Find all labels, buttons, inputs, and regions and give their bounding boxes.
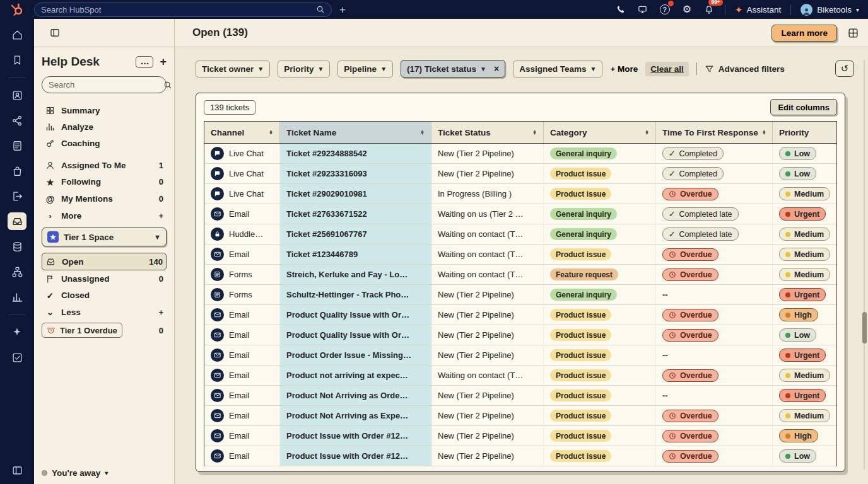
phone-icon[interactable] xyxy=(614,3,627,16)
filter-assigned-teams[interactable]: Assigned Teams▼ xyxy=(513,60,602,78)
add-view-button[interactable]: + xyxy=(160,55,167,69)
more-options-button[interactable]: … xyxy=(136,56,153,68)
bookmarks-icon[interactable] xyxy=(8,51,26,69)
ticket-name-cell[interactable]: Ticket #25691067767 xyxy=(280,224,431,244)
ticket-name-cell[interactable]: Product Not Arriving as Expe… xyxy=(280,406,431,425)
sidebar-item-open[interactable]: Open 140 xyxy=(42,253,167,270)
sidebar-item-unassigned[interactable]: Unassigned 0 xyxy=(42,270,167,287)
advanced-filters-button[interactable]: Advanced filters xyxy=(705,64,785,74)
grid-view-icon[interactable] xyxy=(847,27,859,39)
table-row[interactable]: Live Chat Ticket #29233316093 New (Tier … xyxy=(204,164,836,184)
sidebar-item-tier1-overdue[interactable]: Tier 1 Overdue 0 xyxy=(42,321,167,338)
remove-filter-icon[interactable]: × xyxy=(494,64,499,74)
sidebar-item-more[interactable]: › More + xyxy=(42,207,167,224)
sort-icon[interactable]: ▲▼ xyxy=(645,130,649,135)
bar-chart-icon[interactable] xyxy=(8,288,26,306)
sort-icon[interactable]: ▲▼ xyxy=(420,130,425,135)
sidebar-item-less[interactable]: ⌄ Less + xyxy=(42,304,167,320)
ticket-name-cell[interactable]: Product Issue with Order #12… xyxy=(280,426,431,446)
more-filters-button[interactable]: + More xyxy=(610,64,638,74)
sidebar-item-following[interactable]: ★ Following 0 xyxy=(42,173,167,190)
assistant-button[interactable]: ✦ Assistant xyxy=(735,5,781,14)
vertical-scrollbar-track[interactable] xyxy=(864,60,865,470)
table-row[interactable]: Live Chat Ticket #29234888542 New (Tier … xyxy=(204,144,836,164)
table-row[interactable]: Email Product Issue with Order #12… New … xyxy=(204,426,836,446)
table-row[interactable]: Email Product not arriving at expec… Wai… xyxy=(204,366,836,386)
column-header-time-to-first-response[interactable]: Time To First Response▲▼ xyxy=(656,122,773,143)
filter-ticket-status[interactable]: (17) Ticket status▼ × xyxy=(401,60,505,78)
commerce-bag-icon[interactable] xyxy=(8,162,26,180)
learn-more-button[interactable]: Learn more xyxy=(771,25,837,42)
ticket-name-cell[interactable]: Product Order Issue - Missing… xyxy=(280,345,431,365)
sort-icon[interactable]: ▲▼ xyxy=(532,130,537,135)
ticket-name-cell[interactable]: Ticket #27633671522 xyxy=(280,204,431,224)
sort-icon[interactable]: ▲▼ xyxy=(269,130,273,135)
edit-columns-button[interactable]: Edit columns xyxy=(770,99,837,115)
sidebar-item-my-mentions[interactable]: @ My Mentions 0 xyxy=(42,190,167,207)
column-header-ticket-name[interactable]: Ticket Name▲▼ xyxy=(280,122,431,143)
sidebar-item-summary[interactable]: Summary xyxy=(42,102,167,118)
table-row[interactable]: Email Ticket #123446789 Waiting on conta… xyxy=(204,245,836,265)
ticket-name-cell[interactable]: Product Issue with Order #12… xyxy=(280,446,431,466)
sidebar-item-assigned-to-me[interactable]: Assigned To Me 1 xyxy=(42,157,167,173)
ai-sparkle-icon[interactable] xyxy=(8,323,26,341)
presence-status[interactable]: You're away ▾ xyxy=(42,468,167,478)
tasks-checkbox-icon[interactable] xyxy=(8,349,26,366)
column-header-category[interactable]: Category▲▼ xyxy=(544,122,656,143)
workspace-selector[interactable]: ★ Tier 1 Space ▼ xyxy=(42,228,167,246)
table-row[interactable]: Email Product Not Arriving as Orde… New … xyxy=(204,386,836,406)
ticket-name-cell[interactable]: Ticket #29234888542 xyxy=(280,144,431,163)
notifications-bell-icon[interactable]: 99+ xyxy=(703,3,715,16)
database-icon[interactable] xyxy=(8,238,26,255)
sidebar-item-closed[interactable]: ✓ Closed xyxy=(42,287,167,304)
filter-ticket-owner[interactable]: Ticket owner▼ xyxy=(196,60,270,78)
hubspot-logo[interactable] xyxy=(0,2,34,17)
add-view-icon[interactable]: + xyxy=(158,308,163,317)
ticket-name-cell[interactable]: Ticket #29233316093 xyxy=(280,164,431,183)
table-row[interactable]: Email Product Not Arriving as Expe… New … xyxy=(204,406,836,426)
column-header-channel[interactable]: Channel▲▼ xyxy=(204,122,280,143)
exit-arrow-icon[interactable] xyxy=(8,187,26,205)
ticket-name-cell[interactable]: Product Not Arriving as Orde… xyxy=(280,386,431,405)
table-row[interactable]: Email Product Quality Issue with Or… New… xyxy=(204,305,836,325)
column-header-priority[interactable]: Priority xyxy=(773,122,836,143)
content-document-icon[interactable] xyxy=(8,137,26,154)
ticket-name-cell[interactable]: Streich, Kerluke and Fay - Lo… xyxy=(280,265,431,284)
collapse-rail-panel-icon[interactable] xyxy=(8,461,26,479)
table-row[interactable]: Huddle… Ticket #25691067767 Waiting on c… xyxy=(204,224,836,245)
settings-gear-icon[interactable]: ⚙ xyxy=(681,3,693,16)
ticket-name-cell[interactable]: Ticket #29029010981 xyxy=(280,184,431,204)
new-tab-plus-icon[interactable]: + xyxy=(339,4,346,15)
table-row[interactable]: Email Product Order Issue - Missing… New… xyxy=(204,345,836,366)
vertical-scrollbar-thumb[interactable] xyxy=(862,312,867,343)
clear-all-button[interactable]: Clear all xyxy=(645,62,689,76)
ticket-name-cell[interactable]: Schultz-Hettinger - Track Pho… xyxy=(280,285,431,304)
table-row[interactable]: Forms Streich, Kerluke and Fay - Lo… Wai… xyxy=(204,265,836,285)
help-icon[interactable]: ? xyxy=(659,3,671,16)
sort-icon[interactable]: ▲▼ xyxy=(762,130,766,135)
sidebar-search[interactable] xyxy=(42,76,167,93)
table-row[interactable]: Email Product Issue with Order #12… New … xyxy=(204,446,836,466)
contacts-icon[interactable] xyxy=(8,86,26,104)
sidebar-search-input[interactable] xyxy=(49,80,160,89)
collapse-sidebar-icon[interactable] xyxy=(49,27,61,38)
sidebar-item-analyze[interactable]: Analyze xyxy=(42,118,167,135)
table-row[interactable]: Live Chat Ticket #29029010981 In Progres… xyxy=(204,184,836,204)
filter-pipeline[interactable]: Pipeline▼ xyxy=(337,60,393,78)
account-menu[interactable]: Biketools ▾ xyxy=(801,4,859,16)
sidebar-item-coaching[interactable]: Coaching xyxy=(42,135,167,151)
screen-share-icon[interactable] xyxy=(636,3,649,16)
home-icon[interactable] xyxy=(8,26,26,43)
table-row[interactable]: Email Product Quality Issue with Or… New… xyxy=(204,325,836,345)
ticket-name-cell[interactable]: Product Quality Issue with Or… xyxy=(280,325,431,345)
org-chart-icon[interactable] xyxy=(8,263,26,280)
column-header-ticket-status[interactable]: Ticket Status▲▼ xyxy=(431,122,544,143)
table-row[interactable]: Email Ticket #27633671522 Waiting on us … xyxy=(204,204,836,224)
share-network-icon[interactable] xyxy=(8,112,26,129)
ticket-name-cell[interactable]: Product Quality Issue with Or… xyxy=(280,305,431,325)
global-search-input[interactable] xyxy=(41,5,311,14)
table-row[interactable]: Forms Schultz-Hettinger - Track Pho… New… xyxy=(204,285,836,305)
ticket-name-cell[interactable]: Product not arriving at expec… xyxy=(280,366,431,385)
filter-priority[interactable]: Priority▼ xyxy=(278,60,330,78)
refresh-undo-button[interactable]: ↺ xyxy=(835,60,854,77)
